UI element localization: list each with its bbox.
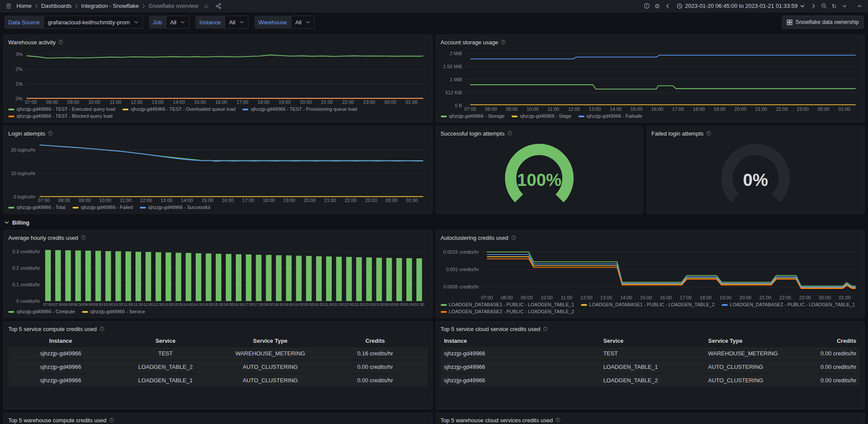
job-select[interactable]: All <box>166 16 189 29</box>
info-icon[interactable] <box>543 326 548 331</box>
chart-canvas[interactable]: 0%1%2%3%07:0008:0009:0010:0011:0012:0013… <box>8 47 428 105</box>
panel-header[interactable]: Top 5 service cloud service credits used <box>441 324 860 334</box>
svg-text:0.001 credits/hr: 0.001 credits/hr <box>446 267 479 272</box>
legend-item[interactable]: sjhzzjp-gd49966 - Compute <box>8 309 75 315</box>
table-cell: LOADGEN_TABLE_2 <box>600 374 704 387</box>
dashboard-insights-button[interactable] <box>643 1 651 11</box>
column-header[interactable]: Service <box>600 335 704 347</box>
warehouse-select[interactable]: All <box>291 16 314 29</box>
panel-header[interactable]: Top 5 service compute credits used <box>8 324 428 334</box>
svg-text:07:30: 07:30 <box>53 302 63 307</box>
legend-item[interactable]: sjhzzjp-gd49966 - Failsafe <box>578 113 642 119</box>
billing-row-toggle[interactable]: Billing <box>4 217 865 228</box>
gauge[interactable]: 100% <box>496 138 583 210</box>
column-header[interactable]: Instance <box>8 335 113 347</box>
panel-header[interactable]: Login attempts <box>8 129 428 138</box>
legend-item[interactable]: sjhzzjp-gd49966 - TEST - Blocked query l… <box>8 113 112 119</box>
info-icon[interactable] <box>81 235 86 240</box>
chart-canvas[interactable]: 0 B512 KiB1 MiB1.50 MiB2 MiB07:0008:0009… <box>441 47 860 112</box>
panel-header[interactable]: Successful login attempts <box>441 129 639 138</box>
panel-header[interactable]: Autoclustering credits used <box>441 233 860 242</box>
collapse-nav-button[interactable] <box>855 1 864 11</box>
failed-logins-gauge[interactable]: 0% <box>651 138 860 210</box>
info-icon <box>644 3 650 9</box>
table-cell: AUTO_CLUSTERING <box>218 360 323 374</box>
info-icon[interactable] <box>507 131 512 136</box>
legend-swatch <box>578 116 584 117</box>
refresh-interval-dropdown[interactable] <box>840 1 849 11</box>
column-header[interactable]: Credits <box>323 335 427 347</box>
account-storage-chart[interactable]: 0 B512 KiB1 MiB1.50 MiB2 MiB07:0008:0009… <box>441 47 860 112</box>
chart-canvas[interactable]: 0 credits/hr0.1 credits/hr0.2 credits/hr… <box>8 242 428 308</box>
breadcrumb-folder[interactable]: Integration - Snowflake <box>81 3 139 9</box>
legend-item[interactable]: sjhzzjp-gd49966 - Failed <box>73 205 133 210</box>
column-header[interactable]: Service Type <box>218 335 323 347</box>
legend-item[interactable]: sjhzzjp-gd49966 - Successful <box>140 205 210 210</box>
info-icon[interactable] <box>501 40 506 45</box>
panel-header[interactable]: Warehouse activity <box>8 37 428 47</box>
column-header[interactable]: Instance <box>441 335 600 347</box>
table-cell: sjhzzjp-gd49966 <box>8 360 113 374</box>
legend-item[interactable]: sjhzzjp-gd49966 - TEST - Overloaded queu… <box>122 106 236 112</box>
legend-swatch <box>441 116 447 117</box>
datasource-label[interactable]: Data Source <box>4 16 43 29</box>
successful-logins-gauge[interactable]: 100% <box>441 138 639 210</box>
autoclustering-chart[interactable]: 0.0005 credits/hr0.001 credits/hr0.0015 … <box>441 242 860 301</box>
legend-item[interactable]: sjhzzjp-gd49966 - TEST - Provisioning qu… <box>242 106 357 112</box>
svg-text:13:00: 13:00 <box>589 106 601 112</box>
legend-item[interactable]: LOADGEN_DATABASE2 - PUBLIC - LOADGEN_TAB… <box>441 309 574 315</box>
info-icon[interactable] <box>706 131 711 136</box>
time-range-picker[interactable]: 2023-01-20 06:45:00 to 2023-01-21 01:33:… <box>674 1 808 11</box>
chart-canvas[interactable]: 0.0005 credits/hr0.001 credits/hr0.0015 … <box>441 242 860 301</box>
breadcrumb-home[interactable]: Home <box>17 3 32 9</box>
refresh-button[interactable]: ↻ <box>830 1 838 11</box>
info-icon[interactable] <box>555 417 561 423</box>
info-icon[interactable] <box>109 417 114 423</box>
panel-header[interactable]: Average hourly credits used <box>8 233 428 242</box>
instance-select[interactable]: All <box>224 16 248 29</box>
datasource-select[interactable]: grafanacloud-keithschmitty-prom <box>43 16 143 29</box>
favorite-button[interactable]: ☆ <box>202 1 211 11</box>
legend-swatch <box>82 311 88 313</box>
breadcrumb-dashboards[interactable]: Dashboards <box>41 3 72 9</box>
svg-text:15:00: 15:00 <box>194 99 206 105</box>
info-icon[interactable] <box>511 235 516 240</box>
warehouse-label[interactable]: Warehouse <box>254 16 291 29</box>
panel-header[interactable]: Account storage usage <box>441 37 860 47</box>
legend-item[interactable]: sjhzzjp-gd49966 - Service <box>82 309 145 315</box>
job-label[interactable]: Job <box>149 16 166 29</box>
legend-item[interactable]: LOADGEN_DATABASE1 - PUBLIC - LOADGEN_TAB… <box>441 302 574 308</box>
time-shift-forward-button[interactable] <box>809 1 818 11</box>
legend-item[interactable]: sjhzzjp-gd49966 - Stage <box>512 113 571 119</box>
legend-item[interactable]: LOADGEN_DATABASE2 - PUBLIC - LOADGEN_TAB… <box>722 302 855 308</box>
svg-text:15:00: 15:00 <box>630 106 643 112</box>
login-attempts-chart[interactable]: 0 logins/hr10 logins/hr20 logins/hr07:00… <box>8 138 428 203</box>
avg-hourly-credits-chart[interactable]: 0 credits/hr0.1 credits/hr0.2 credits/hr… <box>8 242 428 308</box>
info-icon[interactable] <box>58 40 63 45</box>
gauge[interactable]: 0% <box>712 138 799 210</box>
chart-canvas[interactable]: 0 logins/hr10 logins/hr20 logins/hr07:00… <box>8 138 428 203</box>
instance-label[interactable]: Instance <box>195 16 224 29</box>
info-icon[interactable] <box>99 326 105 331</box>
info-icon[interactable] <box>48 131 53 136</box>
svg-text:01:00: 01:00 <box>406 99 418 105</box>
share-button[interactable] <box>214 1 223 11</box>
svg-text:1%: 1% <box>16 81 23 86</box>
dashboard-settings-button[interactable]: ⚙ <box>653 1 662 11</box>
snowflake-data-ownership-button[interactable]: Snowflake data ownership <box>782 16 864 29</box>
legend-item[interactable]: sjhzzjp-gd49966 - Storage <box>441 113 505 119</box>
menu-button[interactable]: ☰ <box>4 1 13 11</box>
column-header[interactable]: Credits <box>797 335 860 347</box>
column-header[interactable]: Service <box>113 335 218 347</box>
warehouse-activity-chart[interactable]: 0%1%2%3%07:0008:0009:0010:0011:0012:0013… <box>8 47 428 105</box>
panel-header[interactable]: Top 5 warehouse compute credits used <box>8 415 428 424</box>
legend-item[interactable]: sjhzzjp-gd49966 - TEST - Executed query … <box>8 106 116 112</box>
svg-text:21:00: 21:00 <box>324 198 337 203</box>
zoom-out-button[interactable] <box>819 1 828 11</box>
legend-item[interactable]: LOADGEN_DATABASE1 - PUBLIC - LOADGEN_TAB… <box>581 302 715 308</box>
legend-item[interactable]: sjhzzjp-gd49966 - Total <box>8 205 66 210</box>
panel-header[interactable]: Failed login attempts <box>651 129 860 138</box>
column-header[interactable]: Service Type <box>705 335 797 347</box>
panel-header[interactable]: Top 5 warehouse cloud services credits u… <box>441 415 860 424</box>
time-shift-back-button[interactable] <box>663 1 672 11</box>
